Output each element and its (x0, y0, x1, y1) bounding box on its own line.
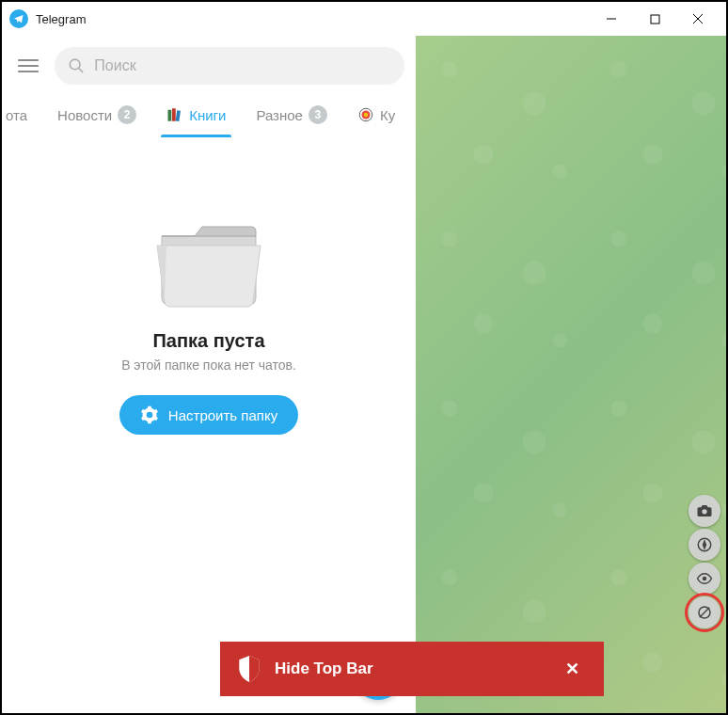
tab-label: Новости (57, 107, 112, 123)
window-controls (598, 6, 719, 32)
tab-label: ота (6, 107, 27, 123)
configure-button-label: Настроить папку (168, 407, 277, 423)
close-button[interactable] (685, 6, 711, 32)
gear-icon (140, 405, 159, 424)
svg-point-7 (70, 59, 80, 70)
search-input[interactable] (94, 57, 391, 74)
search-icon (68, 56, 85, 75)
screenshot-toolbar (688, 495, 720, 628)
svg-point-17 (703, 577, 707, 581)
tab-badge: 2 (118, 105, 136, 124)
eye-tool-icon[interactable] (688, 563, 720, 595)
menu-button[interactable] (13, 51, 43, 81)
svg-point-14 (364, 113, 369, 118)
tab-news[interactable]: Новости 2 (42, 92, 151, 137)
target-icon (357, 106, 374, 123)
svg-rect-11 (176, 110, 181, 121)
tab-books[interactable]: Книги (151, 92, 241, 137)
empty-folder-icon (148, 203, 270, 311)
svg-rect-10 (172, 108, 176, 121)
svg-line-8 (78, 68, 83, 72)
camera-tool-icon[interactable] (688, 495, 720, 527)
crossed-tool-icon[interactable] (688, 596, 720, 628)
minimize-button[interactable] (598, 6, 625, 32)
hide-bar-text: Hide Top Bar (275, 659, 558, 678)
telegram-logo-icon (9, 9, 28, 28)
chat-list-pane: ота Новости 2 Книги Разное 3 Ку (2, 36, 416, 713)
empty-folder-state: Папка пуста В этой папке пока нет чатов.… (2, 137, 416, 713)
maximize-button[interactable] (641, 6, 668, 32)
empty-title: Папка пуста (152, 330, 264, 352)
hide-top-bar-notification[interactable]: Hide Top Bar ✕ (220, 642, 604, 696)
books-icon (166, 106, 183, 123)
tab-badge: 3 (309, 105, 327, 124)
folder-tabs: ота Новости 2 Книги Разное 3 Ку (2, 92, 416, 137)
app-title: Telegram (36, 12, 86, 26)
empty-subtitle: В этой папке пока нет чатов. (121, 358, 296, 373)
svg-point-15 (702, 509, 706, 514)
svg-rect-9 (168, 110, 172, 121)
tab-label: Книги (189, 107, 226, 123)
window-titlebar: Telegram (2, 2, 726, 36)
tab-misc[interactable]: Разное 3 (241, 92, 342, 137)
chat-area (416, 36, 726, 713)
tab-ku[interactable]: Ку (342, 92, 410, 137)
shield-icon (237, 655, 261, 683)
tab-work[interactable]: ота (6, 92, 42, 137)
tab-label: Разное (256, 107, 303, 123)
configure-folder-button[interactable]: Настроить папку (119, 395, 298, 435)
tab-label: Ку (380, 107, 395, 123)
svg-line-19 (700, 608, 710, 618)
search-field[interactable] (55, 47, 404, 85)
compass-tool-icon[interactable] (688, 529, 720, 561)
close-notification-icon[interactable]: ✕ (558, 655, 587, 683)
svg-rect-1 (651, 15, 659, 24)
